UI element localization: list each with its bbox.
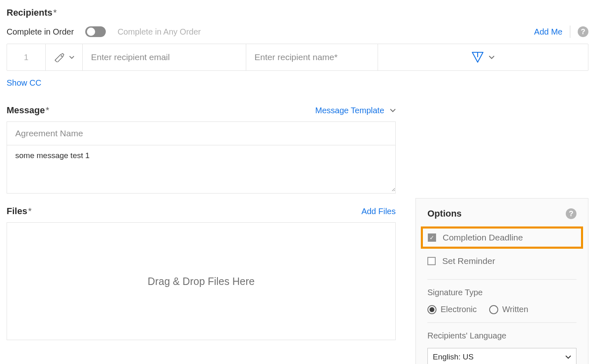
file-dropzone[interactable]: Drag & Drop Files Here <box>7 222 396 340</box>
chevron-down-icon <box>69 55 74 59</box>
complete-order-toggle[interactable] <box>85 26 106 37</box>
language-value: English: US <box>433 352 474 362</box>
recipients-title: Recipients* <box>7 7 57 18</box>
language-select[interactable]: English: US <box>427 348 576 364</box>
signature-type-label: Signature Type <box>427 288 576 297</box>
chevron-down-icon <box>390 108 396 112</box>
message-body-textarea[interactable] <box>7 145 395 191</box>
chevron-down-icon <box>565 355 571 359</box>
recipient-role-selector[interactable] <box>46 44 83 70</box>
message-title: Message* <box>7 105 49 116</box>
options-title: Options <box>427 208 462 219</box>
pen-nib-icon <box>54 52 66 62</box>
help-icon[interactable]: ? <box>566 208 576 219</box>
set-reminder-option[interactable]: Set Reminder <box>427 251 576 271</box>
dropzone-text: Drag & Drop Files Here <box>148 275 255 287</box>
chevron-down-icon <box>489 55 495 59</box>
recipient-row: 1 <box>7 44 588 71</box>
radio-unselected-icon <box>489 305 498 314</box>
toggle-knob <box>87 28 95 36</box>
electronic-label: Electronic <box>441 305 477 314</box>
complete-in-order-label: Complete in Order <box>7 27 74 37</box>
written-label: Written <box>502 305 528 314</box>
set-reminder-label: Set Reminder <box>442 256 495 266</box>
message-template-label: Message Template <box>315 106 385 115</box>
recipient-email-input[interactable] <box>91 52 238 62</box>
recipients-language-label: Recipients' Language <box>427 331 576 341</box>
divider <box>427 322 576 323</box>
add-files-link[interactable]: Add Files <box>362 207 396 216</box>
completion-deadline-checkbox[interactable] <box>428 233 436 242</box>
signature-electronic-option[interactable]: Electronic <box>427 305 477 314</box>
send-icon <box>471 51 484 63</box>
set-reminder-checkbox[interactable] <box>427 257 436 265</box>
recipient-order-number: 1 <box>7 44 46 70</box>
message-template-button[interactable]: Message Template <box>315 106 396 115</box>
show-cc-link[interactable]: Show CC <box>7 78 588 88</box>
signature-written-option[interactable]: Written <box>489 305 528 314</box>
agreement-name-input[interactable] <box>7 122 395 145</box>
divider <box>427 279 576 280</box>
files-title: Files* <box>7 206 32 217</box>
radio-selected-icon <box>427 305 436 314</box>
recipient-name-input[interactable] <box>254 52 369 62</box>
delivery-method-selector[interactable] <box>378 44 588 70</box>
svg-point-0 <box>61 56 62 56</box>
divider <box>570 26 570 38</box>
add-me-link[interactable]: Add Me <box>534 27 562 37</box>
completion-deadline-label: Completion Deadline <box>443 233 523 243</box>
help-icon[interactable]: ? <box>578 26 588 37</box>
options-panel: Options ? Completion Deadline Set Remind… <box>415 198 588 364</box>
completion-deadline-option[interactable]: Completion Deadline <box>421 226 583 249</box>
complete-any-order-label: Complete in Any Order <box>117 27 201 37</box>
